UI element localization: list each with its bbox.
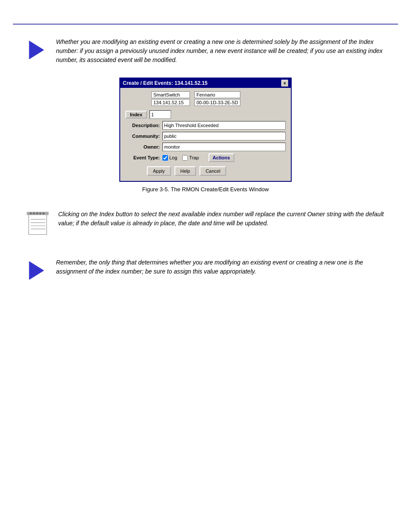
dialog-title: Create / Edit Events: 134.141.52.15 [123, 80, 208, 86]
index-button[interactable]: Index [125, 111, 147, 118]
svg-point-6 [33, 212, 35, 215]
owner-input[interactable] [162, 143, 286, 151]
triangle-icon-1 [26, 39, 47, 61]
note-text-3: Remember, the only thing that determines… [56, 258, 385, 276]
device-info: SmartSwitch 134.141.52.15 Fennario 00-00… [125, 91, 286, 106]
device-col-1: SmartSwitch 134.141.52.15 [151, 91, 190, 106]
dialog-window: Create / Edit Events: 134.141.52.15 × Sm… [119, 78, 292, 182]
svg-point-8 [39, 212, 41, 215]
trap-checkbox[interactable] [182, 155, 188, 161]
svg-point-7 [36, 212, 38, 215]
log-checkbox[interactable] [162, 155, 168, 161]
dialog-titlebar: Create / Edit Events: 134.141.52.15 × [120, 78, 291, 88]
device-smartswitch-label: SmartSwitch [151, 91, 190, 98]
svg-point-9 [43, 212, 45, 215]
svg-rect-3 [29, 214, 47, 234]
apply-button[interactable]: Apply [147, 166, 171, 176]
notepad-icon [26, 211, 50, 236]
community-row: Community: [125, 132, 286, 140]
checkbox-group: Log Trap Actions [162, 153, 234, 162]
device-ip: 134.141.52.15 [151, 99, 190, 106]
owner-row: Owner: [125, 143, 286, 151]
note-block-1: Whether you are modifying an existing ev… [26, 37, 385, 65]
community-label: Community: [125, 134, 160, 139]
bottom-buttons: Apply Help Cancel [125, 166, 286, 176]
svg-point-5 [30, 212, 32, 215]
device-col-2: Fennario 00-00-1D-33-2E-5D [194, 91, 240, 106]
actions-button[interactable]: Actions [209, 153, 234, 162]
cancel-button[interactable]: Cancel [199, 166, 226, 176]
note-block-2: Remember, the only thing that determines… [26, 258, 385, 281]
dialog-close-button[interactable]: × [281, 80, 288, 87]
device-fennario: Fennario [194, 91, 240, 98]
trap-checkbox-item[interactable]: Trap [182, 155, 199, 161]
help-button[interactable]: Help [174, 166, 196, 176]
event-type-row: Event Type: Log Trap Actions [125, 153, 286, 162]
dialog-container: Create / Edit Events: 134.141.52.15 × Sm… [26, 78, 385, 182]
top-rule [13, 24, 398, 25]
log-label: Log [169, 155, 177, 160]
community-input[interactable] [162, 132, 286, 140]
trap-label: Trap [189, 155, 199, 160]
dialog-body: SmartSwitch 134.141.52.15 Fennario 00-00… [120, 88, 291, 181]
notepad-block: Clicking on the Index button to select t… [26, 210, 385, 236]
triangle-icon-2 [26, 260, 47, 281]
svg-marker-14 [29, 261, 44, 280]
figure-caption: Figure 3-5. The RMON Create/Edit Events … [26, 186, 385, 193]
log-checkbox-item[interactable]: Log [162, 155, 177, 161]
svg-marker-0 [29, 41, 44, 59]
owner-label: Owner: [125, 144, 160, 149]
index-row: Index [125, 110, 286, 119]
description-input[interactable] [162, 121, 286, 130]
event-type-label: Event Type: [125, 155, 160, 160]
device-mac: 00-00-1D-33-2E-5D [194, 99, 240, 106]
description-row: Description: [125, 121, 286, 130]
note-text-2: Clicking on the Index button to select t… [58, 210, 385, 228]
index-input[interactable] [149, 110, 171, 119]
note-text-1: Whether you are modifying an existing ev… [56, 37, 385, 65]
description-label: Description: [125, 123, 160, 128]
